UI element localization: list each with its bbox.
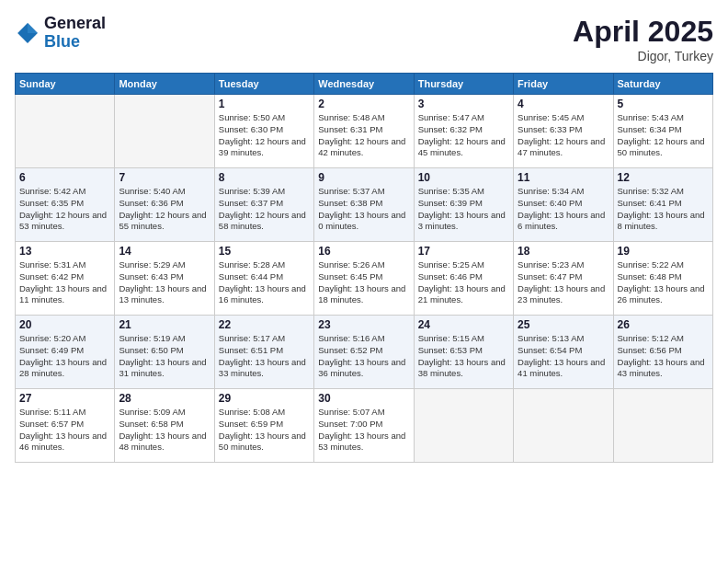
day-number: 2	[318, 98, 409, 110]
calendar-cell: 12Sunrise: 5:32 AMSunset: 6:41 PMDayligh…	[613, 168, 712, 242]
day-info: Sunrise: 5:37 AMSunset: 6:38 PMDaylight:…	[318, 186, 409, 233]
day-number: 14	[119, 245, 210, 258]
calendar-cell: 16Sunrise: 5:26 AMSunset: 6:45 PMDayligh…	[314, 242, 414, 316]
day-info: Sunrise: 5:35 AMSunset: 6:39 PMDaylight:…	[418, 186, 509, 233]
col-header-sunday: Sunday	[16, 74, 115, 95]
day-number: 23	[318, 318, 409, 331]
day-info: Sunrise: 5:45 AMSunset: 6:33 PMDaylight:…	[518, 112, 609, 159]
title-block: April 2025 Digor, Turkey	[573, 15, 713, 63]
col-header-friday: Friday	[514, 74, 613, 95]
day-info: Sunrise: 5:31 AMSunset: 6:42 PMDaylight:…	[19, 259, 110, 306]
day-number: 15	[219, 245, 310, 258]
calendar-week-row: 6Sunrise: 5:42 AMSunset: 6:35 PMDaylight…	[16, 168, 713, 242]
calendar-cell: 18Sunrise: 5:23 AMSunset: 6:47 PMDayligh…	[514, 242, 613, 316]
calendar-cell: 9Sunrise: 5:37 AMSunset: 6:38 PMDaylight…	[314, 168, 414, 242]
calendar-week-row: 13Sunrise: 5:31 AMSunset: 6:42 PMDayligh…	[16, 242, 713, 316]
logo-blue: Blue	[44, 33, 106, 52]
day-info: Sunrise: 5:19 AMSunset: 6:50 PMDaylight:…	[119, 333, 210, 380]
day-number: 19	[618, 245, 709, 258]
calendar-cell: 17Sunrise: 5:25 AMSunset: 6:46 PMDayligh…	[414, 242, 513, 316]
day-number: 21	[119, 318, 210, 331]
day-number: 7	[119, 171, 210, 184]
day-info: Sunrise: 5:25 AMSunset: 6:46 PMDaylight:…	[418, 259, 509, 306]
logo-general: General	[44, 15, 106, 33]
day-info: Sunrise: 5:29 AMSunset: 6:43 PMDaylight:…	[119, 259, 210, 306]
col-header-wednesday: Wednesday	[314, 74, 414, 95]
day-info: Sunrise: 5:11 AMSunset: 6:57 PMDaylight:…	[19, 407, 110, 454]
day-number: 24	[418, 318, 509, 331]
calendar-cell: 19Sunrise: 5:22 AMSunset: 6:48 PMDayligh…	[613, 242, 712, 316]
day-number: 25	[518, 318, 609, 331]
col-header-thursday: Thursday	[414, 74, 513, 95]
day-info: Sunrise: 5:09 AMSunset: 6:58 PMDaylight:…	[119, 407, 210, 454]
day-info: Sunrise: 5:43 AMSunset: 6:34 PMDaylight:…	[618, 112, 709, 159]
day-info: Sunrise: 5:16 AMSunset: 6:52 PMDaylight:…	[318, 333, 409, 380]
calendar-cell: 20Sunrise: 5:20 AMSunset: 6:49 PMDayligh…	[16, 316, 115, 389]
day-info: Sunrise: 5:32 AMSunset: 6:41 PMDaylight:…	[618, 186, 709, 233]
col-header-monday: Monday	[115, 74, 214, 95]
calendar-cell: 6Sunrise: 5:42 AMSunset: 6:35 PMDaylight…	[16, 168, 115, 242]
day-info: Sunrise: 5:42 AMSunset: 6:35 PMDaylight:…	[19, 186, 110, 233]
day-info: Sunrise: 5:50 AMSunset: 6:30 PMDaylight:…	[219, 112, 310, 159]
day-info: Sunrise: 5:23 AMSunset: 6:47 PMDaylight:…	[518, 259, 609, 306]
day-number: 22	[219, 318, 310, 331]
day-info: Sunrise: 5:47 AMSunset: 6:32 PMDaylight:…	[418, 112, 509, 159]
day-info: Sunrise: 5:08 AMSunset: 6:59 PMDaylight:…	[219, 407, 310, 454]
day-number: 9	[318, 171, 409, 184]
day-number: 12	[618, 171, 709, 184]
day-info: Sunrise: 5:22 AMSunset: 6:48 PMDaylight:…	[618, 259, 709, 306]
header: General Blue April 2025 Digor, Turkey	[15, 15, 713, 63]
calendar-cell: 23Sunrise: 5:16 AMSunset: 6:52 PMDayligh…	[314, 316, 414, 389]
day-number: 11	[518, 171, 609, 184]
calendar-cell: 11Sunrise: 5:34 AMSunset: 6:40 PMDayligh…	[514, 168, 613, 242]
calendar-cell: 28Sunrise: 5:09 AMSunset: 6:58 PMDayligh…	[115, 389, 214, 463]
day-number: 1	[219, 98, 310, 110]
day-number: 17	[418, 245, 509, 258]
calendar-cell: 8Sunrise: 5:39 AMSunset: 6:37 PMDaylight…	[214, 168, 313, 242]
calendar-cell: 14Sunrise: 5:29 AMSunset: 6:43 PMDayligh…	[115, 242, 214, 316]
calendar-cell: 4Sunrise: 5:45 AMSunset: 6:33 PMDaylight…	[514, 95, 613, 168]
day-number: 26	[618, 318, 709, 331]
calendar-cell	[514, 389, 613, 463]
day-number: 30	[318, 392, 409, 405]
calendar-cell: 5Sunrise: 5:43 AMSunset: 6:34 PMDaylight…	[613, 95, 712, 168]
calendar-cell: 22Sunrise: 5:17 AMSunset: 6:51 PMDayligh…	[214, 316, 313, 389]
calendar-week-row: 27Sunrise: 5:11 AMSunset: 6:57 PMDayligh…	[16, 389, 713, 463]
calendar-cell	[16, 95, 115, 168]
col-header-tuesday: Tuesday	[214, 74, 313, 95]
calendar-cell: 24Sunrise: 5:15 AMSunset: 6:53 PMDayligh…	[414, 316, 513, 389]
month-title: April 2025	[573, 15, 713, 49]
calendar-cell: 13Sunrise: 5:31 AMSunset: 6:42 PMDayligh…	[16, 242, 115, 316]
calendar-cell: 15Sunrise: 5:28 AMSunset: 6:44 PMDayligh…	[214, 242, 313, 316]
day-info: Sunrise: 5:15 AMSunset: 6:53 PMDaylight:…	[418, 333, 509, 380]
day-info: Sunrise: 5:39 AMSunset: 6:37 PMDaylight:…	[219, 186, 310, 233]
day-number: 29	[219, 392, 310, 405]
calendar-week-row: 20Sunrise: 5:20 AMSunset: 6:49 PMDayligh…	[16, 316, 713, 389]
calendar-header-row: SundayMondayTuesdayWednesdayThursdayFrid…	[16, 74, 713, 95]
calendar-cell	[613, 389, 712, 463]
day-number: 20	[19, 318, 110, 331]
logo: General Blue	[15, 15, 106, 52]
calendar-week-row: 1Sunrise: 5:50 AMSunset: 6:30 PMDaylight…	[16, 95, 713, 168]
calendar-cell: 25Sunrise: 5:13 AMSunset: 6:54 PMDayligh…	[514, 316, 613, 389]
calendar-cell: 30Sunrise: 5:07 AMSunset: 7:00 PMDayligh…	[314, 389, 414, 463]
day-info: Sunrise: 5:13 AMSunset: 6:54 PMDaylight:…	[518, 333, 609, 380]
day-info: Sunrise: 5:40 AMSunset: 6:36 PMDaylight:…	[119, 186, 210, 233]
day-number: 8	[219, 171, 310, 184]
day-number: 28	[119, 392, 210, 405]
col-header-saturday: Saturday	[613, 74, 712, 95]
calendar-cell: 27Sunrise: 5:11 AMSunset: 6:57 PMDayligh…	[16, 389, 115, 463]
day-number: 27	[19, 392, 110, 405]
day-number: 13	[19, 245, 110, 258]
day-info: Sunrise: 5:48 AMSunset: 6:31 PMDaylight:…	[318, 112, 409, 159]
calendar-cell: 2Sunrise: 5:48 AMSunset: 6:31 PMDaylight…	[314, 95, 414, 168]
calendar-cell: 3Sunrise: 5:47 AMSunset: 6:32 PMDaylight…	[414, 95, 513, 168]
day-number: 4	[518, 98, 609, 110]
calendar-cell: 21Sunrise: 5:19 AMSunset: 6:50 PMDayligh…	[115, 316, 214, 389]
day-number: 5	[618, 98, 709, 110]
day-info: Sunrise: 5:17 AMSunset: 6:51 PMDaylight:…	[219, 333, 310, 380]
day-number: 18	[518, 245, 609, 258]
logo-icon	[15, 20, 40, 46]
calendar-cell	[414, 389, 513, 463]
svg-marker-1	[28, 23, 38, 33]
